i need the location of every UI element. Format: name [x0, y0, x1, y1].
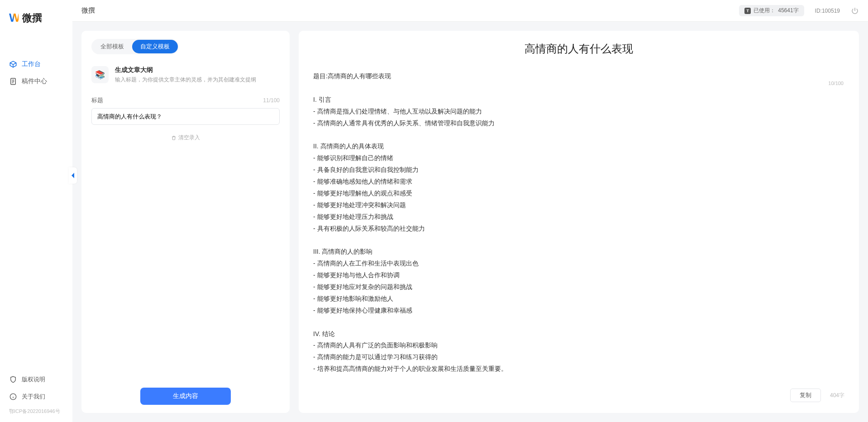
nav-item-about[interactable]: 关于我们: [0, 388, 72, 405]
nav-item-label: 工作台: [22, 60, 41, 68]
content: 全部模板 自定义模板 📚 生成文章大纲 输入标题，为你提供文章主体的灵感，并为其…: [72, 22, 868, 422]
main-area: 微撰 T 已使用： 45641字 ID:100519 全部模板 自定义模板: [72, 0, 868, 422]
text-badge-icon: T: [744, 8, 751, 14]
page-title: 微撰: [81, 6, 739, 15]
nav-item-label: 关于我们: [22, 393, 45, 401]
usage-value: 45641字: [778, 7, 798, 14]
generate-button[interactable]: 生成内容: [140, 388, 231, 405]
shield-icon: [9, 375, 17, 384]
tab-all-templates[interactable]: 全部模板: [92, 40, 132, 53]
output-title: 高情商的人有什么表现: [313, 42, 844, 56]
input-panel: 全部模板 自定义模板 📚 生成文章大纲 输入标题，为你提供文章主体的灵感，并为其…: [81, 31, 290, 413]
field-label: 标题: [91, 96, 103, 104]
sidebar: W 微撰 工作台 稿件中心 版权说明: [0, 0, 72, 422]
usage-prefix: 已使用：: [754, 7, 775, 14]
logo-icon: W: [9, 11, 19, 25]
output-footer: 复制 404字: [313, 382, 844, 402]
output-panel: 高情商的人有什么表现 10/100 题目:高情商的人有哪些表现 I. 引言 - …: [299, 31, 859, 413]
clear-label: 清空录入: [178, 134, 200, 142]
field-char-count: 11/100: [263, 97, 280, 104]
header: 微撰 T 已使用： 45641字 ID:100519: [72, 0, 868, 22]
template-desc: 输入标题，为你提供文章主体的灵感，并为其创建准文提纲: [115, 76, 256, 84]
template-card: 📚 生成文章大纲 输入标题，为你提供文章主体的灵感，并为其创建准文提纲: [91, 62, 280, 92]
nav-item-label: 版权说明: [22, 375, 45, 384]
usage-badge: T 已使用： 45641字: [739, 5, 804, 16]
logo-text: 微撰: [22, 11, 42, 25]
template-icon: 📚: [91, 66, 109, 83]
cube-icon: [9, 60, 17, 68]
nav-secondary: 版权说明 关于我们 鄂ICP备2022016946号: [0, 371, 72, 417]
nav-item-copyright[interactable]: 版权说明: [0, 371, 72, 388]
nav-primary: 工作台 稿件中心: [0, 38, 72, 371]
trash-icon: [171, 135, 176, 141]
logo: W 微撰: [0, 11, 72, 38]
icp-text: 鄂ICP备2022016946号: [0, 405, 72, 415]
template-title: 生成文章大纲: [115, 66, 256, 74]
output-word-count: 404字: [830, 392, 844, 399]
output-body: 题目:高情商的人有哪些表现 I. 引言 - 高情商是指人们处理情绪、与他人互动以…: [313, 71, 844, 382]
doc-icon: [9, 77, 17, 85]
tab-custom-templates[interactable]: 自定义模板: [132, 40, 178, 53]
title-input[interactable]: [91, 108, 280, 125]
nav-item-drafts[interactable]: 稿件中心: [0, 73, 72, 90]
nav-item-workspace[interactable]: 工作台: [0, 56, 72, 73]
power-icon[interactable]: [851, 7, 859, 15]
title-field: 标题 11/100: [91, 96, 280, 125]
nav-item-label: 稿件中心: [22, 77, 47, 85]
sidebar-collapse-handle[interactable]: [69, 167, 77, 184]
user-id: ID:100519: [815, 8, 840, 14]
copy-button[interactable]: 复制: [790, 389, 821, 402]
title-char-count: 10/100: [828, 81, 844, 86]
clear-button[interactable]: 清空录入: [171, 134, 200, 142]
info-icon: [9, 393, 17, 401]
template-tabs: 全部模板 自定义模板: [91, 39, 179, 54]
